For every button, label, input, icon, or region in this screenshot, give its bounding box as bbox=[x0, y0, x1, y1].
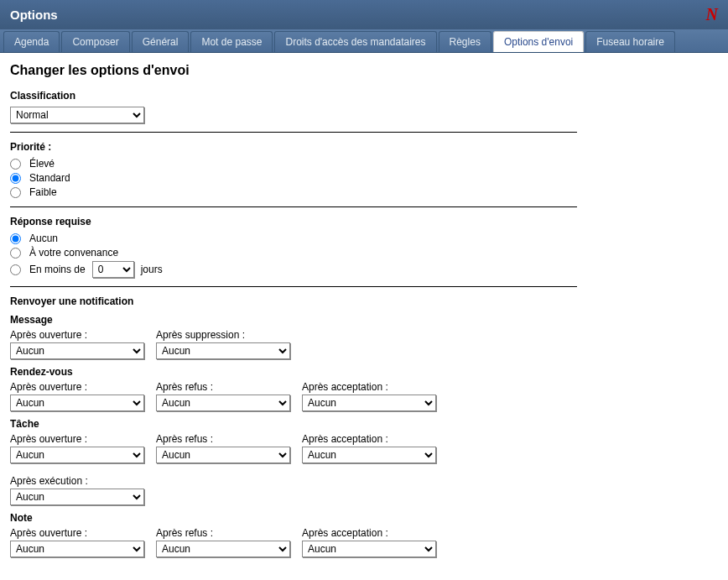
tab-timezone[interactable]: Fuseau horaire bbox=[585, 31, 675, 52]
tab-password[interactable]: Mot de passe bbox=[190, 31, 273, 52]
notify-note-label: Note bbox=[10, 512, 577, 524]
note-decline-label: Après refus : bbox=[156, 527, 290, 539]
divider bbox=[10, 206, 577, 207]
content-area: Changer les options d'envoi Classificati… bbox=[0, 53, 587, 557]
task-accept-label: Après acceptation : bbox=[302, 433, 436, 445]
tabbar: Agenda Composer Général Mot de passe Dro… bbox=[0, 29, 728, 53]
priority-high-radio[interactable] bbox=[10, 159, 21, 170]
appt-open-select[interactable]: Aucun bbox=[10, 395, 144, 411]
priority-low-radio[interactable] bbox=[10, 187, 21, 198]
window-title: Options bbox=[10, 8, 58, 22]
task-open-label: Après ouverture : bbox=[10, 433, 144, 445]
reply-convenient-radio[interactable] bbox=[10, 248, 21, 259]
reply-label: Réponse requise bbox=[10, 216, 577, 227]
reply-none-label: Aucun bbox=[29, 233, 58, 244]
reply-convenient-label: À votre convenance bbox=[29, 247, 118, 259]
message-delete-select[interactable]: Aucun bbox=[156, 342, 290, 359]
message-open-select[interactable]: Aucun bbox=[10, 342, 144, 359]
reply-days-select[interactable]: 0 bbox=[92, 261, 134, 278]
task-open-select[interactable]: Aucun bbox=[10, 447, 144, 463]
priority-high-label: Élevé bbox=[29, 158, 55, 170]
task-decline-select[interactable]: Aucun bbox=[156, 447, 290, 463]
message-open-label: Après ouverture : bbox=[10, 329, 144, 341]
priority-label: Priorité : bbox=[10, 141, 577, 153]
priority-standard-radio[interactable] bbox=[10, 173, 21, 184]
tab-agenda[interactable]: Agenda bbox=[3, 31, 60, 52]
divider bbox=[10, 286, 577, 287]
reply-none-radio[interactable] bbox=[10, 233, 21, 244]
task-accept-select[interactable]: Aucun bbox=[302, 447, 436, 463]
note-accept-select[interactable]: Aucun bbox=[302, 541, 436, 557]
tab-proxy-access[interactable]: Droits d'accès des mandataires bbox=[274, 31, 436, 52]
notify-task-label: Tâche bbox=[10, 418, 577, 430]
task-complete-label: Après exécution : bbox=[10, 475, 144, 487]
reply-within-radio[interactable] bbox=[10, 264, 21, 275]
appt-accept-select[interactable]: Aucun bbox=[302, 395, 436, 411]
priority-low-label: Faible bbox=[29, 186, 57, 198]
note-open-select[interactable]: Aucun bbox=[10, 541, 144, 557]
appt-accept-label: Après acceptation : bbox=[302, 381, 436, 393]
task-complete-select[interactable]: Aucun bbox=[10, 489, 144, 505]
titlebar: Options N bbox=[0, 0, 728, 29]
note-accept-label: Après acceptation : bbox=[302, 527, 436, 539]
notify-appt-label: Rendez-vous bbox=[10, 366, 577, 378]
tab-send-options[interactable]: Options d'envoi bbox=[493, 31, 584, 52]
classification-select[interactable]: Normal bbox=[10, 107, 144, 123]
notify-label: Renvoyer une notification bbox=[10, 295, 577, 307]
note-decline-select[interactable]: Aucun bbox=[156, 541, 290, 557]
tab-composer[interactable]: Composer bbox=[61, 31, 129, 52]
appt-open-label: Après ouverture : bbox=[10, 381, 144, 393]
reply-within-label: En moins de bbox=[29, 264, 86, 275]
appt-decline-label: Après refus : bbox=[156, 381, 290, 393]
classification-label: Classification bbox=[10, 90, 577, 102]
message-delete-label: Après suppression : bbox=[156, 329, 290, 341]
task-decline-label: Après refus : bbox=[156, 433, 290, 445]
tab-rules[interactable]: Règles bbox=[439, 31, 491, 52]
appt-decline-select[interactable]: Aucun bbox=[156, 395, 290, 411]
divider bbox=[10, 132, 577, 133]
priority-standard-label: Standard bbox=[29, 172, 70, 184]
reply-days-suffix: jours bbox=[141, 264, 163, 275]
novell-logo: N bbox=[706, 5, 718, 24]
page-heading: Changer les options d'envoi bbox=[10, 63, 577, 78]
tab-general[interactable]: Général bbox=[132, 31, 190, 52]
notify-message-label: Message bbox=[10, 314, 577, 326]
note-open-label: Après ouverture : bbox=[10, 527, 144, 539]
